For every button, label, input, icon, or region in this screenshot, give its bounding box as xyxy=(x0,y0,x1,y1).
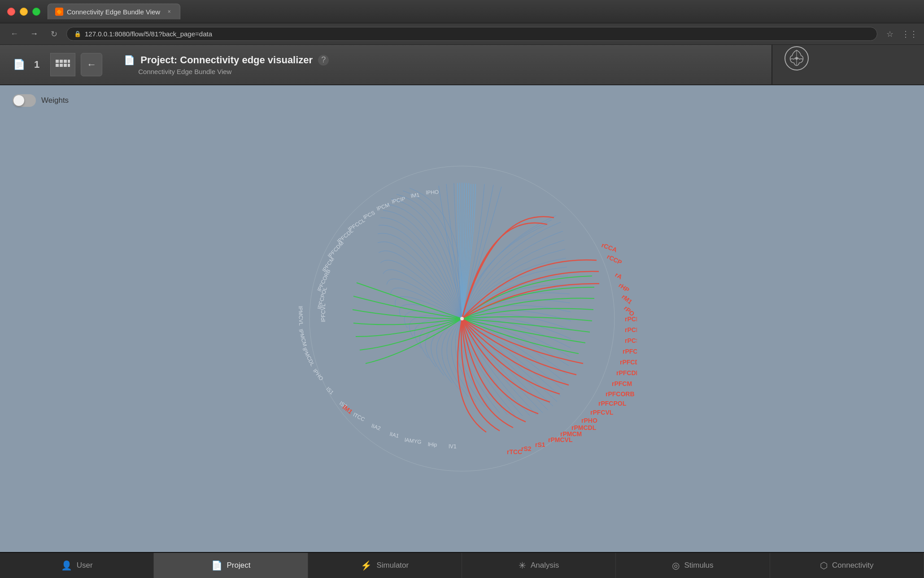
app-header: 📄 1 ← 📄 Project: Connectivity edge xyxy=(0,45,924,85)
connectivity-viz: rCCA rCCP rA rHP rM1 rPO rPCIP rPCM rPCS… xyxy=(287,144,637,494)
page-icon: 📄 xyxy=(11,57,27,73)
svg-text:rPFCDL: rPFCDL xyxy=(620,359,637,366)
nav-item-connectivity[interactable]: ⬡ Connectivity xyxy=(770,553,924,578)
svg-text:rPFCVL: rPFCVL xyxy=(590,409,614,416)
visualization-area: rCCA rCCP rA rHP rM1 rPO rPCIP rPCM rPCS… xyxy=(0,85,924,552)
svg-rect-6 xyxy=(64,64,67,67)
nav-grid-button-1[interactable] xyxy=(50,53,75,76)
nav-label-simulator: Simulator xyxy=(376,561,409,570)
svg-text:lTCC: lTCC xyxy=(352,412,366,423)
svg-text:rPHO: rPHO xyxy=(581,417,597,424)
brain-icon xyxy=(783,45,810,72)
blue-edges xyxy=(378,183,571,416)
app-title: Project: Connectivity edge visualizer xyxy=(140,54,313,66)
extensions-button[interactable]: ⋮⋮ xyxy=(902,27,917,41)
nav-item-project[interactable]: 📄 Project xyxy=(154,553,308,578)
url-text: 127.0.0.1:8080/flow/5/81?back_page=data xyxy=(85,30,212,38)
header-back-button[interactable]: ← xyxy=(81,53,102,76)
nav-item-stimulus[interactable]: ◎ Stimulus xyxy=(616,553,770,578)
svg-text:lPMCVL: lPMCVL xyxy=(297,306,305,326)
svg-text:lPMCM: lPMCM xyxy=(297,328,308,347)
svg-text:rPFCCL: rPFCCL xyxy=(623,348,637,355)
svg-rect-2 xyxy=(64,60,67,63)
forward-button[interactable]: → xyxy=(27,27,41,41)
svg-text:rA: rA xyxy=(614,271,623,281)
help-button[interactable]: ? xyxy=(318,55,329,66)
svg-text:rPCS: rPCS xyxy=(625,337,637,344)
addressbar: ← → ↻ 🔒 127.0.0.1:8080/flow/5/81?back_pa… xyxy=(0,23,924,45)
nav-item-analysis[interactable]: ✳ Analysis xyxy=(462,553,616,578)
project-icon: 📄 xyxy=(211,560,222,571)
reload-button[interactable]: ↻ xyxy=(47,27,61,41)
svg-rect-3 xyxy=(68,60,70,63)
nav-label-connectivity: Connectivity xyxy=(832,561,874,570)
weights-label: Weights xyxy=(41,96,69,105)
svg-text:lPFCCL: lPFCCL xyxy=(347,217,366,233)
svg-text:rPFCM: rPFCM xyxy=(612,380,632,387)
bottom-nav: 👤 User 📄 Project ⚡ Simulator ✳ Analysis … xyxy=(0,552,924,578)
svg-text:lPHO: lPHO xyxy=(426,189,439,196)
svg-text:rPMCVL: rPMCVL xyxy=(548,436,573,443)
back-button[interactable]: ← xyxy=(7,27,22,41)
title-doc-icon: 📄 xyxy=(124,55,135,66)
toggle-knob xyxy=(13,95,24,106)
simulator-icon: ⚡ xyxy=(361,560,372,571)
svg-text:lAMYG: lAMYG xyxy=(404,437,422,445)
center-dot xyxy=(460,317,464,320)
svg-text:lIA1: lIA1 xyxy=(389,431,400,439)
nav-label-stimulus: Stimulus xyxy=(684,561,713,570)
svg-text:rM1: rM1 xyxy=(620,293,634,306)
page-number: 1 xyxy=(34,59,39,70)
svg-text:lPCIP: lPCIP xyxy=(391,196,406,205)
svg-text:lPMCDL: lPMCDL xyxy=(301,346,316,367)
svg-text:rPFCDM: rPFCDM xyxy=(616,369,637,377)
svg-text:lV1: lV1 xyxy=(449,443,457,450)
maximize-button[interactable] xyxy=(32,8,40,16)
svg-text:rPFCORB: rPFCORB xyxy=(606,390,635,398)
nav-label-user: User xyxy=(77,561,93,570)
svg-rect-4 xyxy=(56,64,59,67)
user-icon: 👤 xyxy=(61,560,72,571)
tab-favicon: 🔶 xyxy=(55,8,63,16)
nav-buttons: ← xyxy=(50,53,102,76)
svg-point-9 xyxy=(795,57,798,60)
header-left: 📄 1 ← xyxy=(0,53,113,76)
svg-text:lPCS: lPCS xyxy=(362,210,376,221)
svg-text:rCCA: rCCA xyxy=(601,241,618,254)
weights-toggle-area: Weights xyxy=(13,94,69,107)
tab-close-button[interactable]: × xyxy=(166,8,173,15)
grid-icon-1 xyxy=(56,60,70,70)
svg-text:rS2: rS2 xyxy=(521,445,532,452)
header-brain-icon-area xyxy=(772,45,924,72)
nav-label-analysis: Analysis xyxy=(531,561,559,570)
svg-text:rCCP: rCCP xyxy=(606,253,623,266)
active-tab[interactable]: 🔶 Connectivity Edge Bundle View × xyxy=(48,4,180,19)
svg-text:lPHO: lPHO xyxy=(312,368,325,381)
svg-rect-0 xyxy=(56,60,59,63)
connectivity-icon: ⬡ xyxy=(820,560,828,571)
tab-title: Connectivity Edge Bundle View xyxy=(67,8,160,16)
svg-text:lM1: lM1 xyxy=(410,192,420,199)
svg-text:rHP: rHP xyxy=(617,281,631,293)
close-button[interactable] xyxy=(7,8,15,16)
svg-text:rPFCPOL: rPFCPOL xyxy=(598,400,627,407)
svg-text:rS1: rS1 xyxy=(535,441,545,448)
svg-text:rPCIP: rPCIP xyxy=(625,315,637,323)
security-icon: 🔒 xyxy=(74,31,81,37)
titlebar: 🔶 Connectivity Edge Bundle View × xyxy=(0,0,924,23)
brain-svg xyxy=(784,46,809,71)
weights-toggle-switch[interactable] xyxy=(13,94,36,107)
main-content: Weights xyxy=(0,85,924,552)
analysis-icon: ✳ xyxy=(519,560,526,571)
bookmark-button[interactable]: ☆ xyxy=(883,27,897,41)
svg-rect-7 xyxy=(68,64,70,67)
nav-item-user[interactable]: 👤 User xyxy=(0,553,154,578)
stimulus-icon: ◎ xyxy=(672,560,680,571)
nav-item-simulator[interactable]: ⚡ Simulator xyxy=(308,553,462,578)
svg-text:lIA2: lIA2 xyxy=(370,423,382,432)
svg-rect-5 xyxy=(60,64,63,67)
svg-text:rPCM: rPCM xyxy=(625,326,637,333)
traffic-lights xyxy=(7,8,40,16)
address-bar[interactable]: 🔒 127.0.0.1:8080/flow/5/81?back_page=dat… xyxy=(66,27,877,41)
minimize-button[interactable] xyxy=(20,8,28,16)
